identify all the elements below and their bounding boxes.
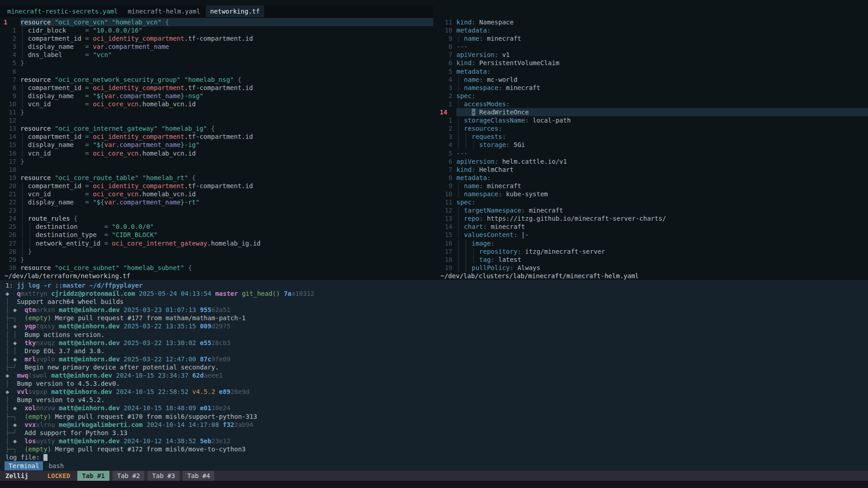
code-line[interactable]: 6kind: PersistentVolumeClaim [436,59,868,67]
code-line[interactable]: 3│ namespace: minecraft [436,84,868,92]
code-line[interactable]: 14│ chart: minecraft [436,223,868,231]
line-number: 8 [0,84,16,92]
code-line[interactable]: 9│ name: minecraft [436,182,868,190]
code-line[interactable]: 5} [0,59,433,67]
line-number: 28 [0,247,16,256]
code-line[interactable]: 5--- [436,149,868,157]
terminal-tab-active[interactable]: Terminal [5,461,43,470]
line-number: 20 [0,182,16,190]
code-line[interactable]: 12 [0,116,433,124]
zellij-tab-4[interactable]: Tab #4 [183,471,215,481]
code-line[interactable]: 30resource "oci_core_subnet" "homelab_su… [0,264,433,272]
code-line[interactable]: 11} [0,108,433,116]
line-number: 5 [436,67,452,76]
code-line[interactable]: 3│ display_name = var.compartment_name [0,43,433,51]
code-line[interactable]: 13resource "oci_core_internet_gateway" "… [0,124,433,133]
code-line[interactable]: 6 [0,67,433,76]
code-line[interactable]: 17} [0,157,433,166]
code-line[interactable]: 8--- [436,43,868,51]
code-line[interactable]: 19│ │ pullPolicy: Always [436,264,868,272]
code-line[interactable]: 3│ │ requests: [436,133,868,141]
code-line[interactable]: 24│ route_rules { [0,214,433,223]
code-line[interactable]: 11spec: [436,198,868,206]
line-number: 15 [0,141,16,149]
code-line[interactable]: 4│ name: mc-world [436,76,868,84]
zellij-logo: Zellij [5,472,28,479]
code-line[interactable]: 9│ display_name = "${var.compartment_nam… [0,92,433,100]
code-line[interactable]: 18│ │ │ tag: latest [436,256,868,264]
code-line[interactable]: 27│ │ network_entity_id = oci_core_inter… [0,239,433,247]
code-line[interactable]: 5metadata: [436,67,868,76]
code-line[interactable]: 14│ │ - ReadWriteOnce [436,108,868,116]
code-line[interactable]: 4│ │ │ storage: 5Gi [436,141,868,149]
line-number: 9 [436,182,452,190]
line-number: 6 [0,67,16,76]
code-line[interactable]: 6apiVersion: helm.cattle.io/v1 [436,157,868,166]
code-line[interactable]: 2│ compartment_id = oci_identity_compart… [0,34,433,43]
line-number: 15 [436,231,452,239]
terminal-pane[interactable]: 1: jj log -r ::master ~/d/ffpyplayer ◆ q… [0,280,868,471]
line-number: 29 [0,256,16,264]
line-number: 7 [436,51,452,59]
code-line[interactable]: 21│ vcn_id = oci_core_vcn.homelab_vcn.id [0,190,433,198]
line-number: 3 [436,84,452,92]
code-line[interactable]: 15│ valuesContent: |- [436,231,868,239]
editor-pane-yaml: 11kind: Namespace10metadata:9│ name: min… [436,0,868,280]
log-line: │ │ Drop EOL 3.7 and 3.8. [0,347,868,355]
code-line[interactable]: 1│ storageClassName: local-path [436,116,868,124]
line-number: 16 [436,239,452,247]
tab-minecraft-restic-secrets[interactable]: minecraft-restic-secrets.yaml [3,5,122,17]
code-line[interactable]: 10metadata: [436,26,868,34]
zellij-tab-1[interactable]: Tab #1 [77,471,109,481]
code-line[interactable]: 22│ display_name = "${var.compartment_na… [0,198,433,206]
code-line[interactable]: 29} [0,256,433,264]
code-line[interactable]: 13│ repo: https://itzg.github.io/minecra… [436,214,868,223]
code-line[interactable]: 17│ │ │ repository: itzg/minecraft-serve… [436,247,868,256]
code-line[interactable]: 20│ compartment_id = oci_identity_compar… [0,182,433,190]
code-line[interactable]: 14│ compartment_id = oci_identity_compar… [0,133,433,141]
code-line[interactable]: 10│ namespace: kube-system [436,190,868,198]
code-line[interactable]: 16│ vcn_id = oci_core_vcn.homelab_vcn.id [0,149,433,157]
code-line[interactable]: 7apiVersion: v1 [436,51,868,59]
code-line[interactable]: 11kind: Namespace [436,18,868,26]
line-number: 2 [0,34,16,43]
shell-label[interactable]: bash [48,461,64,470]
code-line[interactable]: 10│ vcn_id = oci_core_vcn.homelab_vcn.id [0,100,433,108]
prompt-text: log file: [5,454,43,461]
log-line: │ ◆ mrlyvplo matt@einhorn.dev 2025-03-22… [0,355,868,363]
zellij-session: minecraft-restic-secrets.yaml minecraft-… [0,0,868,488]
code-line[interactable]: 7kind: HelmChart [436,166,868,174]
code-line[interactable]: 25│ │ destination = "0.0.0.0/0" [0,223,433,231]
yaml-code: 11kind: Namespace10metadata:9│ name: min… [436,18,868,272]
code-line[interactable]: 7resource "oci_core_network_security_gro… [0,76,433,84]
terminal-title: 1: jj log -r ::master ~/d/ffpyplayer [0,281,868,289]
code-line[interactable]: 1│ cidr_block = "10.0.0.0/16" [0,26,433,34]
code-line[interactable]: 16│ │ image: [436,239,868,247]
code-line[interactable]: 12│ targetNamespace: minecraft [436,206,868,214]
log-line: ◆ qmxttryn cjriddz@protonmail.com 2025-0… [0,289,868,298]
line-number: 21 [0,190,16,198]
code-line[interactable]: 26│ │ destination_type = "CIDR_BLOCK" [0,231,433,239]
code-line[interactable]: 8metadata: [436,174,868,182]
zellij-tab-2[interactable]: Tab #2 [113,471,145,481]
code-line[interactable]: 28│ } [0,247,433,256]
code-line[interactable]: 4│ dns_label = "vcn" [0,51,433,59]
tab-networking-tf[interactable]: networking.tf [206,5,265,17]
line-number: 16 [0,149,16,157]
code-line[interactable]: 1resource "oci_core_vcn" "homelab_vcn" { [0,18,433,26]
code-line[interactable]: 15│ display_name = "${var.compartment_na… [0,141,433,149]
code-line[interactable]: 18 [0,166,433,174]
tab-minecraft-helm[interactable]: minecraft-helm.yaml [123,5,204,17]
zellij-tab-3[interactable]: Tab #3 [147,471,180,481]
code-line[interactable]: 23│ [0,206,433,214]
code-line[interactable]: 8│ compartment_id = oci_identity_compart… [0,84,433,92]
code-line[interactable]: 2│ resources: [436,124,868,133]
line-number: 9 [0,92,16,100]
code-line[interactable]: 19resource "oci_core_route_table" "homel… [0,174,433,182]
line-number: 11 [0,108,16,116]
code-line[interactable]: 1│ accessModes: [436,100,868,108]
code-line[interactable]: 2spec: [436,92,868,100]
line-number: 11 [436,198,452,206]
code-line[interactable]: 9│ name: minecraft [436,34,868,43]
prompt-line[interactable]: log file: [0,453,868,461]
